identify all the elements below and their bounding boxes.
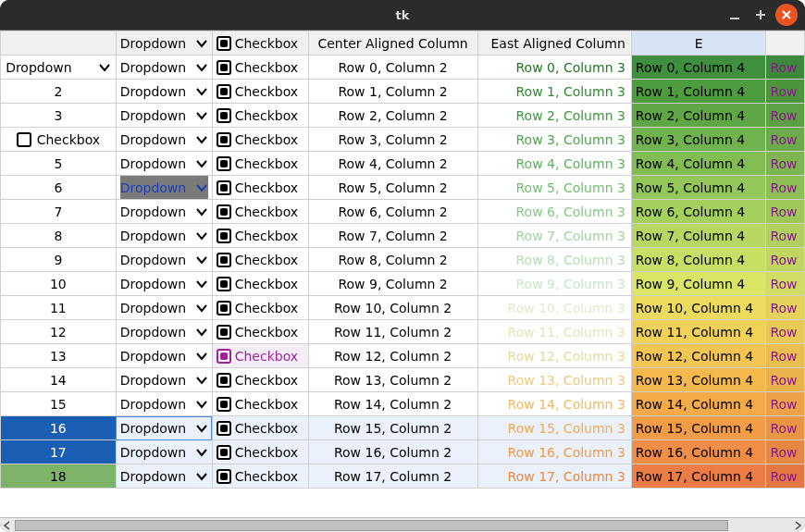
row-index-cell[interactable]: 10 [1,272,117,296]
col4-cell[interactable]: Row 17, Column 4 [631,464,766,489]
header-index[interactable] [1,31,117,56]
col5-cell[interactable]: Row [766,440,805,464]
checkbox-icon[interactable] [217,84,231,99]
center-cell[interactable]: Row 11, Column 2 [308,320,477,344]
col4-cell[interactable]: Row 13, Column 4 [631,368,766,392]
dropdown-cell[interactable]: Dropdown [116,416,212,440]
east-cell[interactable]: Row 10, Column 3 [477,296,631,320]
col5-cell[interactable]: Row [766,128,805,152]
col4-cell[interactable]: Row 6, Column 4 [631,200,766,224]
checkbox-icon[interactable] [217,301,231,315]
row-index-cell[interactable]: Checkbox [1,128,117,152]
checkbox-cell[interactable]: Checkbox [212,224,308,248]
checkbox-cell[interactable]: Checkbox [212,104,308,128]
col4-cell[interactable]: Row 15, Column 4 [631,416,766,440]
center-cell[interactable]: Row 0, Column 2 [308,56,477,80]
col5-cell[interactable]: Row [766,464,805,489]
scroll-left-button[interactable] [0,518,15,533]
east-cell[interactable]: Row 15, Column 3 [477,416,631,440]
row-index-cell[interactable]: 16 [1,416,117,440]
dropdown-cell[interactable]: Dropdown [116,392,212,416]
table-row[interactable]: DropdownDropdownCheckboxRow 0, Column 2R… [1,56,805,80]
row-index-cell[interactable]: 2 [1,80,117,104]
east-cell[interactable]: Row 7, Column 3 [477,224,631,248]
table-row[interactable]: 3DropdownCheckboxRow 2, Column 2Row 2, C… [1,104,805,128]
checkbox-icon[interactable] [17,132,31,147]
checkbox-cell[interactable]: Checkbox [212,200,308,224]
east-cell[interactable]: Row 16, Column 3 [477,440,631,464]
table-row[interactable]: 8DropdownCheckboxRow 7, Column 2Row 7, C… [1,224,805,248]
col4-cell[interactable]: Row 11, Column 4 [631,320,766,344]
center-cell[interactable]: Row 7, Column 2 [308,224,477,248]
checkbox-icon[interactable] [217,421,231,436]
checkbox-cell[interactable]: Checkbox [212,272,308,296]
scrollbar-thumb[interactable] [15,520,728,531]
dropdown-cell[interactable]: Dropdown [116,152,212,176]
col5-cell[interactable]: Row [766,272,805,296]
east-cell[interactable]: Row 13, Column 3 [477,368,631,392]
row-index-cell[interactable]: 8 [1,224,117,248]
east-cell[interactable]: Row 11, Column 3 [477,320,631,344]
dropdown-cell[interactable]: Dropdown [116,224,212,248]
col4-cell[interactable]: Row 4, Column 4 [631,152,766,176]
center-cell[interactable]: Row 14, Column 2 [308,392,477,416]
row-index-cell[interactable]: 17 [1,440,117,464]
center-cell[interactable]: Row 17, Column 2 [308,464,477,489]
checkbox-cell[interactable]: Checkbox [212,128,308,152]
col4-cell[interactable]: Row 16, Column 4 [631,440,766,464]
col5-cell[interactable]: Row [766,248,805,272]
col4-cell[interactable]: Row 3, Column 4 [631,128,766,152]
scrollbar-track[interactable] [15,519,790,532]
col4-cell[interactable]: Row 2, Column 4 [631,104,766,128]
col4-cell[interactable]: Row 9, Column 4 [631,272,766,296]
table-row[interactable]: CheckboxDropdownCheckboxRow 3, Column 2R… [1,128,805,152]
header-checkbox[interactable]: Checkbox [212,31,308,56]
checkbox-cell[interactable]: Checkbox [212,440,308,464]
col5-cell[interactable]: Row [766,80,805,104]
east-cell[interactable]: Row 0, Column 3 [477,56,631,80]
center-cell[interactable]: Row 3, Column 2 [308,128,477,152]
col4-cell[interactable]: Row 14, Column 4 [631,392,766,416]
checkbox-cell[interactable]: Checkbox [212,296,308,320]
header-dropdown[interactable]: Dropdown [116,31,212,56]
col4-cell[interactable]: Row 5, Column 4 [631,176,766,200]
checkbox-cell[interactable]: Checkbox [212,80,308,104]
center-cell[interactable]: Row 10, Column 2 [308,296,477,320]
table-row[interactable]: 2DropdownCheckboxRow 1, Column 2Row 1, C… [1,80,805,104]
row-index-cell[interactable]: 11 [1,296,117,320]
row-index-cell[interactable]: 14 [1,368,117,392]
east-cell[interactable]: Row 9, Column 3 [477,272,631,296]
checkbox-icon[interactable] [217,325,231,340]
header-e[interactable]: E [631,31,766,56]
checkbox-icon[interactable] [217,36,231,51]
checkbox-cell[interactable]: Checkbox [212,464,308,489]
col5-cell[interactable]: Row [766,368,805,392]
close-button[interactable] [775,4,798,26]
center-cell[interactable]: Row 12, Column 2 [308,344,477,368]
col5-cell[interactable]: Row [766,152,805,176]
center-cell[interactable]: Row 5, Column 2 [308,176,477,200]
col5-cell[interactable]: Row [766,296,805,320]
col5-cell[interactable]: Row [766,104,805,128]
minimize-button[interactable] [724,4,746,26]
checkbox-icon[interactable] [217,229,231,243]
center-cell[interactable]: Row 4, Column 2 [308,152,477,176]
table-row[interactable]: 16DropdownCheckboxRow 15, Column 2Row 15… [1,416,805,440]
checkbox-cell[interactable]: Checkbox [212,344,308,368]
table-row[interactable]: 14DropdownCheckboxRow 13, Column 2Row 13… [1,368,805,392]
checkbox-icon[interactable] [217,156,231,171]
east-cell[interactable]: Row 17, Column 3 [477,464,631,489]
dropdown-cell[interactable]: Dropdown [116,272,212,296]
table-row[interactable]: 6DropdownCheckboxRow 5, Column 2Row 5, C… [1,176,805,200]
header-east[interactable]: East Aligned Column [477,31,631,56]
center-cell[interactable]: Row 13, Column 2 [308,368,477,392]
row-index-cell[interactable]: 3 [1,104,117,128]
east-cell[interactable]: Row 5, Column 3 [477,176,631,200]
col4-cell[interactable]: Row 8, Column 4 [631,248,766,272]
col5-cell[interactable]: Row [766,176,805,200]
header-extra[interactable] [766,31,805,56]
col5-cell[interactable]: Row [766,344,805,368]
checkbox-icon[interactable] [217,277,231,291]
east-cell[interactable]: Row 2, Column 3 [477,104,631,128]
checkbox-cell[interactable]: Checkbox [212,152,308,176]
